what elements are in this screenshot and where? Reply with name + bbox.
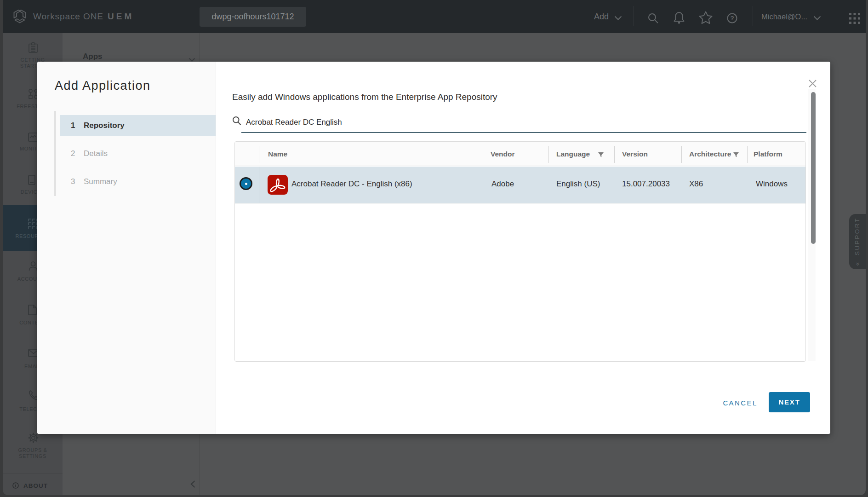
- svg-text:?: ?: [730, 15, 734, 22]
